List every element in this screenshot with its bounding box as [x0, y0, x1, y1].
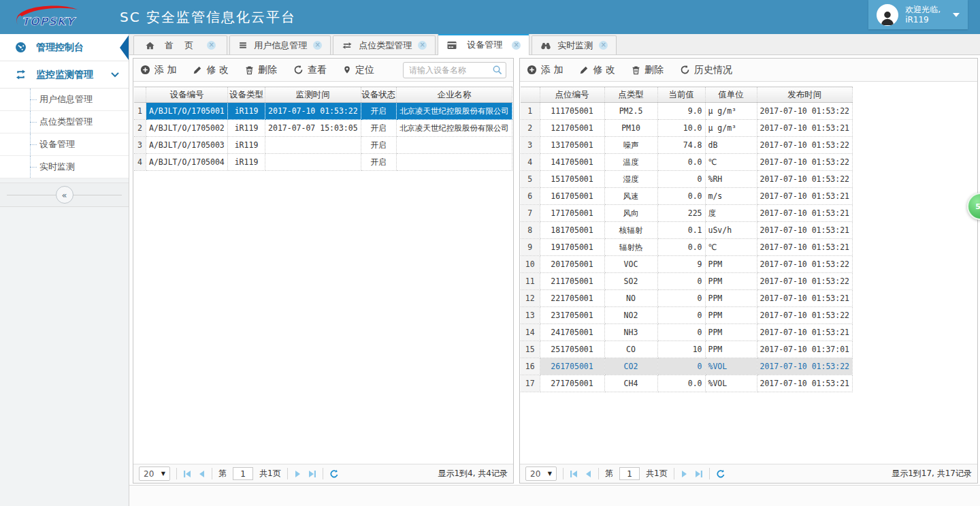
cell-value[interactable]: 9 [657, 256, 705, 273]
cell-no[interactable]: 12 [521, 290, 540, 307]
column-header[interactable]: 发布时间 [757, 87, 853, 103]
cell-point_type[interactable]: 风向 [604, 205, 657, 222]
add-button[interactable]: 添 加 [527, 64, 563, 76]
delete-button[interactable]: 删除 [245, 64, 277, 76]
refresh-button[interactable] [329, 469, 339, 479]
cell-no[interactable]: 17 [521, 375, 540, 392]
cell-point_type[interactable]: PM10 [604, 120, 657, 137]
cell-unit[interactable]: uSv/h [705, 222, 757, 239]
cell-publish_time[interactable]: 2017-07-10 01:53:22 [757, 137, 853, 154]
column-header[interactable]: 点类型 [604, 87, 657, 103]
page-number-input[interactable] [233, 467, 253, 480]
view-button[interactable]: 查看 [293, 64, 327, 76]
table-row[interactable]: 11211705001SO20PPM2017-07-10 01:53:22 [521, 273, 853, 290]
close-icon[interactable]: × [512, 41, 521, 50]
tab-2[interactable]: 点位类型管理× [333, 35, 436, 54]
table-row[interactable]: 8181705001核辐射0.1uSv/h2017-07-10 01:53:21 [521, 222, 853, 239]
table-row[interactable]: 13231705001NO20PPM2017-07-10 01:53:22 [521, 307, 853, 324]
cell-point_id[interactable]: 181705001 [540, 222, 604, 239]
table-row[interactable]: 1111705001PM2.59.0μ g/m³2017-07-10 01:53… [521, 103, 853, 120]
cell-point_type[interactable]: CH4 [604, 375, 657, 392]
table-row[interactable]: 1A/BJLT/O/1705001iR1192017-07-10 01:53:2… [134, 103, 512, 120]
table-row[interactable]: 7171705001风向225度2017-07-10 01:53:21 [521, 205, 853, 222]
cell-point_type[interactable]: 辐射热 [604, 239, 657, 256]
cell-status[interactable]: 开启 [361, 120, 396, 137]
column-header[interactable]: 设备状态 [361, 87, 396, 103]
cell-point_type[interactable]: SO2 [604, 273, 657, 290]
cell-publish_time[interactable]: 2017-07-10 01:53:22 [757, 103, 853, 120]
cell-company[interactable] [396, 137, 512, 154]
search-input[interactable] [403, 62, 506, 78]
edit-button[interactable]: 修 改 [193, 64, 228, 76]
cell-value[interactable]: 10 [657, 341, 705, 358]
next-page-button[interactable] [681, 470, 689, 478]
table-row[interactable]: 4141705001温度0.0℃2017-07-10 01:53:22 [521, 154, 853, 171]
page-size-select[interactable]: 20▼ [525, 467, 557, 481]
collapse-icon[interactable]: « [56, 186, 74, 204]
cell-point_id[interactable]: 211705001 [540, 273, 604, 290]
cell-value[interactable]: 74.8 [657, 137, 705, 154]
cell-point_id[interactable]: 111705001 [540, 103, 604, 120]
cell-publish_time[interactable]: 2017-07-10 01:53:21 [757, 375, 853, 392]
cell-no[interactable]: 6 [521, 188, 540, 205]
cell-publish_time[interactable]: 2017-07-10 01:53:21 [757, 239, 853, 256]
prev-page-button[interactable] [584, 470, 592, 478]
cell-publish_time[interactable]: 2017-07-10 01:53:21 [757, 188, 853, 205]
cell-publish_time[interactable]: 2017-07-10 01:53:21 [757, 120, 853, 137]
cell-company[interactable] [396, 154, 512, 171]
cell-status[interactable]: 开启 [361, 137, 396, 154]
close-icon[interactable]: × [599, 41, 608, 50]
column-header[interactable]: 设备编号 [146, 87, 227, 103]
cell-unit[interactable]: ℃ [705, 154, 757, 171]
tab-3[interactable]: 设备管理× [438, 34, 529, 55]
user-menu[interactable]: 欢迎光临, iR119 [868, 0, 968, 29]
cell-unit[interactable]: μ g/m³ [705, 120, 757, 137]
table-row[interactable]: 17271705001CH40.0%VOL2017-07-10 01:53:21 [521, 375, 853, 392]
cell-point_type[interactable]: VOC [604, 256, 657, 273]
sidebar-subitem-3[interactable]: 实时监测 [0, 156, 129, 178]
cell-point_id[interactable]: 221705001 [540, 290, 604, 307]
table-row[interactable]: 2121705001PM1010.0μ g/m³2017-07-10 01:53… [521, 120, 853, 137]
cell-monitor_time[interactable] [265, 154, 361, 171]
cell-point_type[interactable]: 核辐射 [604, 222, 657, 239]
first-page-button[interactable] [570, 470, 578, 478]
cell-no[interactable]: 16 [521, 358, 540, 375]
cell-value[interactable]: 10.0 [657, 120, 705, 137]
cell-unit[interactable]: PPM [705, 307, 757, 324]
cell-point_id[interactable]: 131705001 [540, 137, 604, 154]
close-icon[interactable]: × [418, 41, 427, 50]
table-row[interactable]: 12221705001NO0PPM2017-07-10 01:53:21 [521, 290, 853, 307]
cell-publish_time[interactable]: 2017-07-10 01:53:21 [757, 205, 853, 222]
cell-value[interactable]: 0 [657, 290, 705, 307]
cell-point_id[interactable]: 161705001 [540, 188, 604, 205]
page-size-select[interactable]: 20▼ [139, 467, 170, 481]
cell-status[interactable]: 开启 [361, 103, 396, 120]
cell-value[interactable]: 0.0 [657, 375, 705, 392]
cell-no[interactable]: 4 [521, 154, 540, 171]
cell-value[interactable]: 0 [657, 307, 705, 324]
tab-4[interactable]: 实时监测× [532, 35, 617, 54]
cell-no[interactable]: 1 [134, 103, 146, 120]
cell-no[interactable]: 3 [134, 137, 146, 154]
cell-unit[interactable]: PPM [705, 290, 757, 307]
cell-point_id[interactable]: 201705001 [540, 256, 604, 273]
column-header[interactable]: 值单位 [705, 87, 757, 103]
cell-unit[interactable]: %RH [705, 171, 757, 188]
cell-point_type[interactable]: 温度 [604, 154, 657, 171]
cell-point_id[interactable]: 261705001 [540, 358, 604, 375]
cell-value[interactable]: 225 [657, 205, 705, 222]
table-row[interactable]: 5151705001湿度0%RH2017-07-10 01:53:22 [521, 171, 853, 188]
cell-no[interactable]: 15 [521, 341, 540, 358]
cell-no[interactable]: 13 [521, 307, 540, 324]
last-page-button[interactable] [695, 470, 703, 478]
table-row[interactable]: 9191705001辐射热0.0℃2017-07-10 01:53:21 [521, 239, 853, 256]
table-row[interactable]: 3A/BJLT/O/1705003iR119开启 [134, 137, 512, 154]
cell-value[interactable]: 0.0 [657, 239, 705, 256]
cell-value[interactable]: 0 [657, 358, 705, 375]
cell-no[interactable]: 7 [521, 205, 540, 222]
cell-value[interactable]: 0 [657, 324, 705, 341]
cell-publish_time[interactable]: 2017-07-10 01:53:21 [757, 290, 853, 307]
cell-point_id[interactable]: 241705001 [540, 324, 604, 341]
cell-unit[interactable]: μ g/m³ [705, 103, 757, 120]
cell-company[interactable]: 北京凌天世纪控股股份有限公司 [396, 120, 512, 137]
